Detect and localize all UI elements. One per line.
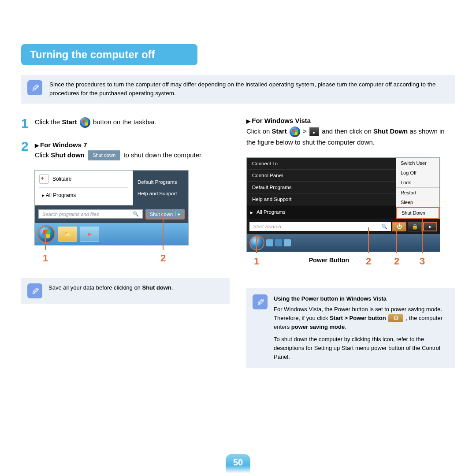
left-column: 1 Click the Start button on the taskbar.… (21, 117, 230, 368)
help-support: Help and Support (138, 188, 184, 199)
step-number-2: 2 (21, 140, 29, 161)
vn-p1e: . (345, 324, 346, 330)
lock-icon: 🔒 (408, 222, 422, 231)
all-programs: All Programs (39, 188, 128, 202)
taskbar-icon (266, 239, 273, 246)
step2-post: to shut down the computer. (123, 151, 203, 159)
callout-v3: 3 (420, 256, 425, 267)
power-button-icon: ⏻ (392, 222, 406, 231)
solitaire-label: Solitaire (52, 176, 71, 182)
vn-p2: To shut down the computer by clicking th… (274, 335, 449, 361)
page-title: Turning the computer off (21, 44, 197, 65)
win7-heading: For Windows 7 (35, 140, 203, 150)
vista-post1: and then click on (322, 127, 373, 135)
note-left-pre: Save all your data before clicking on (48, 284, 142, 291)
search-placeholder: Search programs and files (42, 212, 99, 217)
vista-callouts: 1 2 2 3 Power Button (246, 253, 440, 278)
callout-v1: 1 (254, 256, 259, 267)
note-left-bold: Shut down (142, 284, 171, 291)
default-programs: Default Programs (138, 177, 184, 188)
intro-note-text: Since the procedures to turn the compute… (49, 80, 447, 98)
search-box: Search programs and files 🔍 (38, 209, 143, 219)
vn-p1d: power saving mode (291, 324, 345, 330)
step1-text-post: button on the taskbar. (93, 118, 156, 126)
right-column: For Windows Vista Click on Start > ▸ and… (246, 117, 455, 368)
note-left-post: . (171, 284, 173, 291)
vista-bold-start: Start (272, 127, 287, 135)
step-2: 2 For Windows 7 Click Shut down Shut dow… (21, 140, 230, 161)
intro-note: Since the procedures to turn the compute… (21, 75, 455, 104)
vista-pre: Click on (246, 127, 272, 135)
vn-p1b: Start > Power button (330, 315, 386, 321)
vista-note-title: Using the Power button in Windows Vista (274, 295, 387, 302)
shutdown-button: Shut down ▸ (145, 209, 185, 219)
vista-bold-shutdown: Shut Down (373, 127, 408, 135)
start-orb-icon (37, 225, 55, 243)
callout-v2-dup: 2 (394, 256, 399, 267)
help-support-v: Help and Support (247, 193, 396, 205)
step1-text-pre: Click the (35, 118, 62, 126)
taskbar-icon (275, 239, 282, 246)
power-button-label: Power Button (309, 257, 349, 264)
pencil-icon (253, 294, 268, 309)
callout-2: 2 (160, 253, 166, 264)
vista-search-placeholder: Start Search (253, 224, 281, 229)
step-number-1: 1 (21, 117, 29, 130)
power-submenu: Switch User Log Off Lock Restart Sleep S… (396, 158, 440, 219)
power-button-inline-icon (388, 314, 403, 322)
all-programs-v: All Programs (247, 205, 396, 219)
explorer-icon: 📁 (58, 227, 77, 242)
step2-bold: Shut down (51, 151, 85, 159)
shutdown-label: Shut down (150, 212, 173, 217)
switch-user: Switch User (396, 158, 439, 168)
step2-pre: Click (35, 151, 51, 159)
step-1: 1 Click the Start button on the taskbar. (21, 117, 230, 130)
start-orb-vista-icon (249, 235, 264, 250)
sleep: Sleep (396, 197, 439, 207)
search-icon: 🔍 (133, 211, 139, 217)
vista-search-box: Start Search 🔍 (249, 222, 391, 231)
search-icon: 🔍 (381, 223, 387, 230)
taskbar-icon (284, 239, 291, 246)
win7-callouts: 1 2 (34, 250, 189, 270)
shut-down-menu: Shut Down (396, 207, 439, 219)
media-player-icon: ▶ (80, 227, 99, 242)
control-panel: Control Panel (247, 170, 396, 182)
lock: Lock (396, 178, 439, 187)
callout-v2: 2 (366, 256, 371, 267)
vista-mid: > (303, 127, 309, 135)
pencil-icon (27, 283, 42, 298)
connect-to: Connect To (247, 158, 396, 170)
step1-bold-start: Start (62, 118, 77, 126)
pencil-icon (27, 80, 42, 95)
vista-power-note: Using the Power button in Windows Vista … (246, 288, 455, 368)
chevron-right-icon: ▸ (175, 212, 180, 216)
solitaire-icon (39, 174, 49, 184)
restart: Restart (396, 187, 439, 197)
windows-logo-icon (290, 126, 300, 137)
win7-screenshot: Solitaire All Programs Default Programs … (34, 170, 189, 245)
vista-heading: For Windows Vista (246, 117, 455, 124)
arrow-icon: ▸ (423, 222, 437, 231)
shutdown-button-inline: Shut down (88, 150, 120, 160)
log-off: Log Off (396, 168, 439, 178)
arrow-button-icon: ▸ (309, 127, 319, 136)
page-number: 50 (226, 454, 250, 473)
callout-1: 1 (43, 253, 48, 264)
default-programs-v: Default Programs (247, 182, 396, 193)
save-data-note: Save all your data before clicking on Sh… (21, 278, 230, 304)
windows-logo-icon (80, 117, 90, 128)
vista-screenshot: Connect To Control Panel Default Program… (246, 157, 440, 252)
